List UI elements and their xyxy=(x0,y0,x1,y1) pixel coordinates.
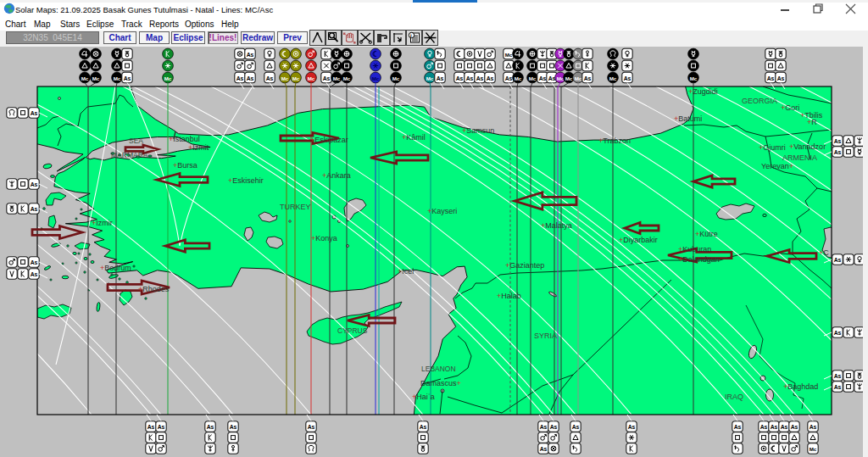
svg-text:Damascus+: Damascus+ xyxy=(420,379,461,387)
svg-text:+Bodrum: +Bodrum xyxy=(100,264,131,272)
svg-text:+Rhodes: +Rhodes xyxy=(138,285,170,293)
svg-text:Mc: Mc xyxy=(515,75,522,81)
svg-text:SEA: SEA xyxy=(129,137,143,145)
svg-text:As: As xyxy=(158,424,165,430)
svg-text:Mc: Mc xyxy=(308,75,315,81)
svg-text:As: As xyxy=(437,75,444,81)
svg-text:As: As xyxy=(505,75,513,81)
svg-text:As: As xyxy=(31,110,38,116)
svg-text:As: As xyxy=(124,75,131,81)
svg-text:As: As xyxy=(31,181,38,187)
svg-text:As: As xyxy=(584,75,592,81)
svg-text:As: As xyxy=(572,424,580,430)
svg-text:+Trabzon: +Trabzon xyxy=(598,137,631,145)
svg-text:+Dalandgan: +Dalandgan xyxy=(678,255,720,264)
svg-text:As: As xyxy=(834,149,842,155)
svg-text:ARMENIA: ARMENIA xyxy=(782,153,817,162)
svg-text:As: As xyxy=(247,52,254,58)
svg-text:Mc: Mc xyxy=(392,75,400,81)
svg-text:+Eskisehir: +Eskisehir xyxy=(228,176,264,185)
svg-text:Mc: Mc xyxy=(92,75,100,81)
svg-text:As: As xyxy=(236,75,244,81)
svg-text:As: As xyxy=(767,75,775,81)
svg-text:As: As xyxy=(834,330,842,336)
svg-text:+Zugdidi: +Zugdidi xyxy=(688,87,718,96)
svg-text:As: As xyxy=(781,424,788,430)
svg-text:CYPRUS: CYPRUS xyxy=(337,326,368,335)
svg-text:+Bursa: +Bursa xyxy=(173,161,198,170)
svg-text:As: As xyxy=(308,424,315,430)
svg-text:As: As xyxy=(207,424,214,430)
svg-text:As: As xyxy=(771,424,778,430)
svg-text:As: As xyxy=(230,424,237,430)
svg-text:+Halab: +Halab xyxy=(497,292,521,300)
svg-text:As: As xyxy=(834,384,842,390)
svg-text:+Istanbul: +Istanbul xyxy=(169,135,200,143)
svg-text:+Vanadzor: +Vanadzor xyxy=(789,142,826,151)
svg-text:As: As xyxy=(834,257,842,263)
svg-text:+Batumi: +Batumi xyxy=(674,114,702,123)
svg-text:+C: +C xyxy=(819,248,829,257)
svg-text:+Kuburan: +Kuburan xyxy=(678,245,711,254)
svg-text:As: As xyxy=(456,75,464,81)
svg-text:Mc: Mc xyxy=(114,75,121,81)
svg-text:Mc: Mc xyxy=(292,75,300,81)
svg-text:+Gori: +Gori xyxy=(781,103,799,112)
svg-text:As: As xyxy=(31,206,38,212)
svg-text:As: As xyxy=(31,271,38,277)
svg-text:As: As xyxy=(147,424,155,430)
svg-text:As: As xyxy=(810,424,817,430)
svg-text:Mc: Mc xyxy=(565,75,573,81)
svg-text:As: As xyxy=(734,424,742,430)
svg-text:+Gjumri: +Gjumri xyxy=(759,143,786,152)
svg-text:As: As xyxy=(548,75,556,81)
svg-text:+Kütre: +Kütre xyxy=(695,230,718,238)
svg-text:+Ankara: +Ankara xyxy=(322,171,351,180)
svg-text:+Kayseri: +Kayseri xyxy=(427,207,457,215)
svg-text:As: As xyxy=(760,424,768,430)
svg-text:Mc: Mc xyxy=(609,75,617,81)
svg-text:+Konya: +Konya xyxy=(311,234,337,242)
svg-text:SYRIA: SYRIA xyxy=(534,332,557,340)
svg-text:Mc: Mc xyxy=(333,75,341,81)
svg-text:LEBANON: LEBANON xyxy=(421,365,456,373)
svg-text:+Izmir: +Izmir xyxy=(92,219,113,227)
svg-text:Mc: Mc xyxy=(281,75,289,81)
svg-text:Mc: Mc xyxy=(575,75,582,81)
svg-text:Mc: Mc xyxy=(343,75,351,81)
svg-text:As: As xyxy=(791,424,798,430)
svg-text:Mc: Mc xyxy=(164,75,172,81)
svg-text:+Gaziantep: +Gaziantep xyxy=(505,261,544,270)
svg-text:As: As xyxy=(777,75,785,81)
svg-text:As: As xyxy=(323,75,331,81)
svg-text:As: As xyxy=(31,259,38,265)
svg-text:TURKEY: TURKEY xyxy=(280,203,311,211)
svg-text:As: As xyxy=(540,424,548,430)
svg-text:As: As xyxy=(266,75,274,81)
svg-text:As: As xyxy=(624,75,632,81)
svg-text:+Baghdad: +Baghdad xyxy=(783,382,818,391)
svg-text:+Samsun: +Samsun xyxy=(462,126,494,135)
svg-text:IRAQ: IRAQ xyxy=(725,393,743,401)
svg-text:As: As xyxy=(420,424,427,430)
svg-text:GEORGIA: GEORGIA xyxy=(742,97,777,105)
svg-text:As: As xyxy=(628,424,636,430)
svg-text:As: As xyxy=(834,138,842,144)
svg-text:Mc: Mc xyxy=(529,75,537,81)
svg-text:Yerevan+: Yerevan+ xyxy=(761,162,793,170)
svg-text:Mc: Mc xyxy=(81,75,89,81)
svg-text:+Kâmil: +Kâmil xyxy=(402,133,426,142)
svg-text:As: As xyxy=(487,75,494,81)
svg-text:+R: +R xyxy=(807,118,817,126)
svg-text:Mc: Mc xyxy=(426,75,434,81)
svg-text:Mc: Mc xyxy=(505,52,513,58)
svg-text:As: As xyxy=(247,75,254,81)
svg-text:MARMARA: MARMARA xyxy=(111,151,148,159)
svg-text:+Eskipazar: +Eskipazar xyxy=(310,136,348,144)
svg-text:+Icel: +Icel xyxy=(398,267,414,276)
svg-text:Mc: Mc xyxy=(372,75,380,81)
svg-text:+Malatya: +Malatya xyxy=(541,221,572,230)
svg-text:+Haiʾa: +Haiʾa xyxy=(412,393,435,401)
svg-text:As: As xyxy=(466,75,474,81)
svg-text:As: As xyxy=(540,446,548,452)
